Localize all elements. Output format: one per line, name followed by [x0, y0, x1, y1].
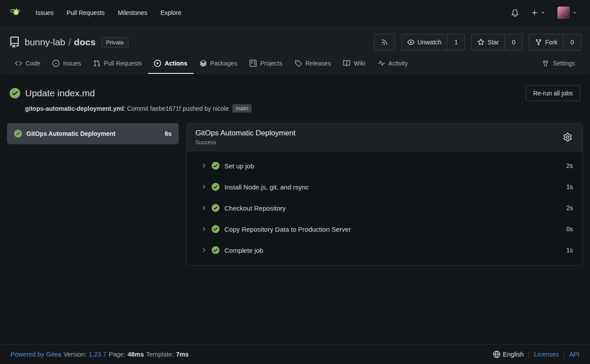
watchers-count[interactable]: 1 — [447, 34, 465, 50]
package-icon — [200, 60, 207, 67]
pulse-icon — [378, 60, 385, 67]
repo-tabs: Code Issues Pull Requests Actions Packag… — [9, 54, 581, 74]
stars-count[interactable]: 0 — [505, 34, 522, 50]
tab-pull-requests[interactable]: Pull Requests — [87, 54, 148, 74]
git-pull-request-icon — [93, 60, 100, 67]
chevron-right-icon — [201, 205, 207, 211]
step-name: Set up job — [224, 162, 254, 170]
repo-header: bunny-lab / docs Private Unwatch — [0, 26, 590, 74]
unwatch-label: Unwatch — [418, 39, 441, 46]
forks-count[interactable]: 0 — [563, 34, 581, 50]
step-name: Complete job — [224, 247, 263, 254]
notifications-button[interactable] — [507, 6, 523, 20]
branch-badge[interactable]: main — [232, 104, 252, 113]
top-navbar: Issues Pull Requests Milestones Explore — [0, 0, 590, 26]
language-selector[interactable]: English — [493, 351, 524, 358]
tab-wiki[interactable]: Wiki — [337, 54, 371, 74]
run-title-row: Update index.md Re-run all jobs — [7, 85, 583, 101]
template-time-value: 7ms — [176, 351, 189, 358]
step-row-set-up-job[interactable]: Set up job 2s — [187, 155, 583, 176]
tab-actions[interactable]: Actions — [148, 54, 193, 74]
footer-divider — [564, 351, 564, 358]
star-label: Star — [487, 39, 499, 46]
issue-opened-icon — [52, 60, 59, 67]
step-row-complete-job[interactable]: Complete job 1s — [187, 240, 583, 261]
tab-label: Pull Requests — [104, 60, 142, 67]
caret-down-icon — [572, 11, 577, 15]
watch-button-group: Unwatch 1 — [401, 34, 465, 51]
rerun-all-jobs-button[interactable]: Re-run all jobs — [526, 85, 580, 101]
chevron-right-icon — [201, 247, 207, 253]
user-menu[interactable] — [553, 3, 581, 22]
tab-label: Issues — [63, 60, 81, 67]
step-row-install-nodejs-git-rsync[interactable]: Install Node.js, git, and rsync 1s — [187, 176, 583, 197]
chevron-right-icon — [201, 184, 207, 190]
gitea-cup-icon — [9, 6, 22, 19]
star-icon — [477, 39, 484, 46]
job-options-button[interactable] — [561, 131, 574, 143]
job-detail-panel: GitOps Automatic Deployment Success Set … — [186, 123, 583, 266]
step-success-check-circle-icon — [212, 225, 220, 233]
api-link[interactable]: API — [569, 351, 579, 358]
nav-link-explore[interactable]: Explore — [154, 6, 188, 20]
tab-label: Actions — [165, 60, 187, 67]
footer-divider — [528, 351, 529, 358]
job-list-item[interactable]: GitOps Automatic Deployment 6s — [7, 123, 179, 144]
tab-packages[interactable]: Packages — [194, 54, 243, 74]
tab-activity[interactable]: Activity — [372, 54, 414, 74]
nav-link-issues[interactable]: Issues — [29, 6, 60, 20]
step-success-check-circle-icon — [212, 246, 220, 254]
unwatch-button[interactable]: Unwatch — [402, 34, 447, 50]
tab-projects[interactable]: Projects — [243, 54, 289, 74]
star-button[interactable]: Star — [472, 34, 505, 50]
repo-name-link[interactable]: docs — [74, 37, 95, 47]
job-success-check-circle-icon — [14, 130, 22, 138]
play-circle-icon — [154, 60, 161, 67]
version-link[interactable]: 1.23.7 — [89, 351, 106, 358]
tab-issues[interactable]: Issues — [46, 54, 87, 74]
run-title: Update index.md — [25, 88, 95, 98]
rss-feed-button[interactable] — [374, 34, 395, 50]
navbar-right — [507, 3, 581, 22]
powered-by-gitea-link[interactable]: Powered by Gitea — [11, 351, 61, 358]
repo-action-buttons: Unwatch 1 Star 0 Fork — [374, 34, 581, 51]
create-new-dropdown[interactable] — [527, 6, 550, 20]
step-duration: 2s — [566, 162, 573, 169]
nav-link-milestones[interactable]: Milestones — [111, 6, 154, 20]
licenses-link[interactable]: Licenses — [534, 351, 559, 358]
gear-icon — [563, 133, 572, 142]
job-panel-title: GitOps Automatic Deployment — [195, 129, 296, 138]
fork-label: Fork — [545, 39, 557, 46]
repo-owner-link[interactable]: bunny-lab — [25, 37, 65, 47]
git-fork-icon — [535, 39, 542, 46]
job-panel-header: GitOps Automatic Deployment Success — [187, 124, 583, 151]
step-success-check-circle-icon — [212, 162, 220, 170]
commit-info-text: : Commit faebe1671f pushed by nicole — [124, 105, 229, 112]
workflow-file-name: gitops-automatic-deployment.yml — [25, 105, 124, 112]
bell-icon — [511, 9, 519, 17]
run-subtitle: gitops-automatic-deployment.yml: Commit … — [25, 104, 583, 113]
page-time-label: Page: — [109, 351, 125, 358]
step-name: Copy Repository Data to Production Serve… — [224, 226, 351, 233]
tab-releases[interactable]: Releases — [289, 54, 337, 74]
tab-settings[interactable]: Settings — [536, 54, 581, 74]
caret-down-icon — [541, 11, 545, 15]
fork-button[interactable]: Fork — [529, 34, 563, 50]
step-success-check-circle-icon — [212, 204, 220, 212]
step-row-copy-repository-data[interactable]: Copy Repository Data to Production Serve… — [187, 218, 583, 240]
footer-right: English Licenses API — [493, 351, 579, 358]
step-row-checkout-repository[interactable]: Checkout Repository 2s — [187, 197, 583, 218]
settings-tools-icon — [542, 60, 549, 67]
run-body: GitOps Automatic Deployment 6s GitOps Au… — [7, 123, 583, 266]
repo-separator: / — [68, 37, 71, 47]
repo-title-row: bunny-lab / docs Private Unwatch — [9, 34, 581, 51]
nav-link-pull-requests[interactable]: Pull Requests — [60, 6, 111, 20]
plus-icon — [531, 9, 538, 16]
gitea-logo[interactable] — [9, 6, 22, 19]
tab-label: Activity — [388, 60, 408, 67]
step-name: Install Node.js, git, and rsync — [224, 183, 309, 191]
rss-button-group — [374, 34, 395, 51]
tab-label: Wiki — [354, 60, 365, 67]
tab-label: Packages — [210, 60, 237, 67]
tab-code[interactable]: Code — [9, 54, 46, 74]
